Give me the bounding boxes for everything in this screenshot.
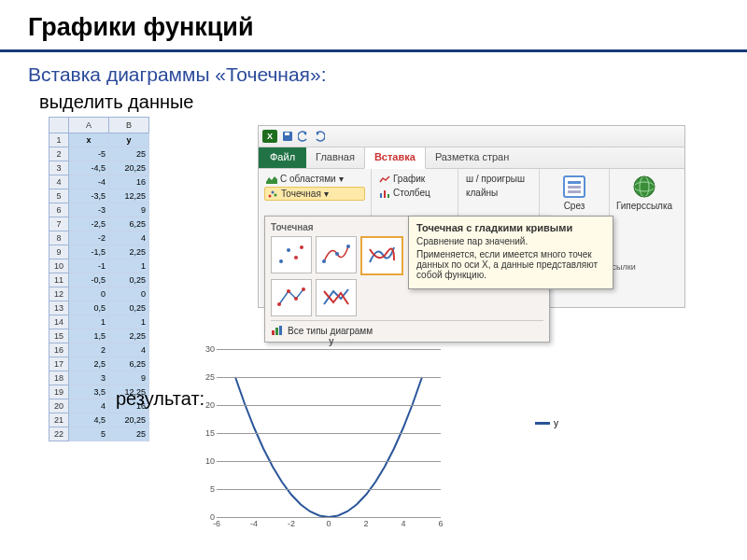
row-header: 3 [49,161,69,175]
svg-rect-27 [272,330,275,335]
scatter-straight-lines[interactable] [316,279,357,316]
cell-x: -2,5 [69,217,109,231]
row-header: 8 [49,231,69,245]
step-result: результат: [77,388,204,410]
hyperlink-label: Гиперссылка [616,201,672,211]
page-layout-tab[interactable]: Разметка стран [426,147,518,168]
x-tick-label: -6 [213,519,220,528]
gridline [217,433,441,434]
cell-y: 4 [109,231,149,245]
svg-rect-6 [384,190,386,198]
area-chart-label: С областями [280,174,336,184]
scatter-straight-markers[interactable] [271,279,312,316]
y-tick-label: 30 [205,344,215,354]
scatter-chart-button[interactable]: Точечная ▾ [264,187,365,201]
svg-point-2 [269,194,272,197]
data-header-x: x [69,133,109,147]
step-select-data: выделить данные [0,91,747,113]
cell-y: 2,25 [109,245,149,259]
cell-y: 9 [109,371,149,385]
row-header: 10 [49,259,69,273]
scatter-chart-icon [267,189,278,199]
cell-y: 4 [109,343,149,357]
cell-y: 1 [109,315,149,329]
area-chart-button[interactable]: С областями ▾ [264,173,365,185]
save-icon[interactable] [281,130,294,143]
gridline [217,377,441,378]
file-tab[interactable]: Файл [259,147,306,168]
redo-icon[interactable] [313,130,326,143]
tooltip-line2: Применяется, если имеется много точек да… [416,249,605,280]
cell-x: -3,5 [69,189,109,203]
line-chart-button[interactable]: График [377,173,452,185]
slicer-label: Срез [564,201,585,211]
scatter-markers-only[interactable] [271,236,312,273]
scatter-tooltip: Точечная с гладкими кривыми Сравнение па… [408,216,613,289]
cell-y: 9 [109,203,149,217]
row-header: 20 [49,399,69,413]
globe-icon [630,175,658,199]
scatter-smooth-markers[interactable] [316,236,357,273]
undo-icon[interactable] [297,130,310,143]
legend-label: y [554,418,558,428]
gridline [217,349,441,350]
hyperlink-button[interactable]: Гиперссылка Ссылки [610,169,679,273]
cell-x: -3 [69,203,109,217]
x-tick-label: 2 [363,519,368,528]
column-chart-button[interactable]: Столбец [377,187,452,199]
gridline [217,489,441,490]
all-chart-types-button[interactable]: Все типы диаграмм [271,320,543,336]
cell-x: 2 [69,343,109,357]
column-chart-icon [379,189,390,198]
x-tick-label: -2 [288,519,295,528]
y-tick-label: 15 [205,428,215,438]
result-chart: y 051015202530-6-4-20246 y [194,336,502,536]
row-header: 19 [49,385,69,399]
gridline [217,405,441,406]
svg-point-19 [300,245,303,249]
ribbon-tabs: Файл Главная Вставка Разметка стран [259,147,684,169]
row-header: 14 [49,315,69,329]
scatter-chart-label: Точечная [281,189,321,199]
sparklines-button[interactable]: клайны [464,187,533,199]
svg-point-16 [279,259,283,263]
row-header: 1 [49,133,69,147]
cell-x: 0 [69,287,109,301]
cell-x: 5 [69,427,109,441]
chevron-down-icon: ▾ [339,174,344,184]
excel-corner [49,118,69,133]
svg-rect-11 [568,190,581,193]
svg-point-18 [294,256,298,259]
x-tick-label: 4 [401,519,405,528]
slide-title: Графики функций [0,0,747,49]
ribbon-titlebar: X [259,126,684,147]
svg-point-25 [294,297,298,301]
cell-y: 1 [109,259,149,273]
cell-x: 1 [69,315,109,329]
data-header-y: y [109,133,149,147]
col-header-a: A [69,118,109,133]
svg-rect-28 [275,328,278,335]
y-tick-label: 5 [210,484,215,494]
chart-legend: y [535,418,558,428]
chart-title: y [329,336,334,346]
x-tick-label: -4 [250,519,258,528]
slicer-icon [560,175,588,199]
insert-tab[interactable]: Вставка [364,147,426,169]
row-header: 13 [49,301,69,315]
cell-x: -1,5 [69,245,109,259]
cell-y: 2,25 [109,329,149,343]
all-chart-types-label: Все типы диаграмм [288,326,373,336]
x-tick-label: 0 [326,519,331,528]
svg-rect-1 [285,133,289,135]
cell-x: 0,5 [69,301,109,315]
cell-y: 0,25 [109,301,149,315]
cell-x: 2,5 [69,357,109,371]
cell-y: 16 [109,175,149,189]
cell-x: 1,5 [69,329,109,343]
row-header: 6 [49,203,69,217]
winloss-button[interactable]: ш / проигрыш [464,173,533,185]
gridline [217,517,441,518]
scatter-smooth-lines[interactable] [360,236,403,275]
home-tab[interactable]: Главная [306,147,364,168]
